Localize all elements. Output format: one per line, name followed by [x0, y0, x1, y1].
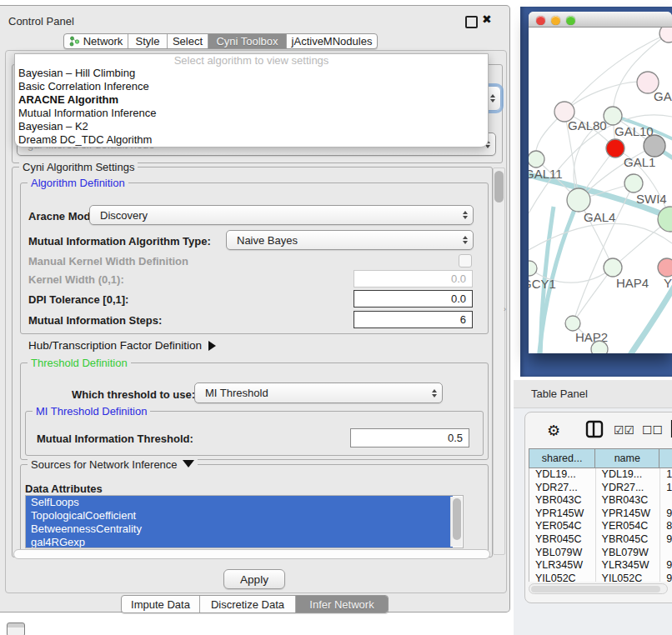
- aracne-mode-combo[interactable]: Discovery: [89, 205, 474, 225]
- table-row[interactable]: YER054CYER054C8.: [529, 520, 672, 533]
- table-panel: Table Panel ⚙ ☑☑ ☐☐ shared... name YDL19…: [514, 380, 672, 635]
- table-cell: YDL19...: [529, 468, 595, 482]
- float-window-icon[interactable]: [465, 16, 478, 28]
- column-header[interactable]: [659, 449, 672, 468]
- table-cell: YBR043C: [595, 494, 660, 508]
- tab-jactivemnodules[interactable]: jActiveMNodules: [286, 34, 377, 48]
- vertical-scrollbar[interactable]: [493, 168, 505, 555]
- panel-title: Control Panel: [8, 15, 74, 28]
- tab-select[interactable]: Select: [167, 34, 208, 48]
- scrollbar-thumb[interactable]: [531, 586, 660, 592]
- hub-section-toggle[interactable]: Hub/Transcription Factor Definition: [28, 339, 216, 352]
- network-window: GALGAL80GAL10GAL1GAL11SWI4GAL4GCY1HAP4YH…: [529, 12, 672, 353]
- dpi-tolerance-field[interactable]: 0.0: [354, 290, 473, 308]
- manual-kernel-checkbox[interactable]: [459, 254, 472, 268]
- minimize-traffic-light-icon[interactable]: [551, 16, 560, 25]
- attributes-scrollbar[interactable]: [450, 497, 462, 547]
- network-node[interactable]: [659, 28, 672, 42]
- scrollbar-thumb[interactable]: [494, 171, 504, 202]
- group-title: Sources for Network Inference: [28, 458, 198, 471]
- which-threshold-combo[interactable]: MI Threshold: [194, 382, 443, 403]
- table-cell: YPR145W: [529, 508, 595, 521]
- algorithm-option[interactable]: Mutual Information Inference: [15, 107, 488, 120]
- table-row[interactable]: YIL052CYIL052C9: [529, 572, 672, 582]
- table-cell: YDR27...: [529, 482, 595, 495]
- table-row[interactable]: YDL19...YDL19...13: [529, 468, 672, 482]
- close-traffic-light-icon[interactable]: [536, 16, 545, 25]
- attribute-item-selected[interactable]: TopologicalCoefficient: [26, 509, 453, 522]
- network-node[interactable]: [567, 188, 590, 212]
- stepper-icon: [432, 389, 437, 398]
- checked-boxes-icon[interactable]: ☑☑: [614, 423, 634, 437]
- network-node[interactable]: [658, 258, 672, 277]
- network-node[interactable]: [591, 341, 608, 353]
- table-cell: 9.: [659, 559, 672, 572]
- table-row[interactable]: YLR345WYLR345W9.: [529, 559, 672, 572]
- algorithm-list: Bayesian – Hill ClimbingBasic Correlatio…: [15, 67, 488, 147]
- kernel-width-field[interactable]: 0.0: [354, 270, 473, 288]
- network-node[interactable]: [604, 258, 622, 277]
- mi-steps-field[interactable]: 6: [354, 311, 473, 328]
- table-row[interactable]: YBR045CYBR045C9.: [529, 533, 672, 547]
- tab-impute-data[interactable]: Impute Data: [122, 596, 199, 612]
- tab-style[interactable]: Style: [128, 34, 167, 48]
- node-label: GCY1: [529, 277, 556, 291]
- table-cell: 13: [659, 468, 672, 482]
- mi-threshold-field[interactable]: 0.5: [350, 428, 469, 448]
- algorithm-option[interactable]: Bayesian – Hill Climbing: [15, 67, 488, 80]
- mi-type-combo[interactable]: Naive Bayes: [226, 230, 474, 250]
- mi-threshold-label: Mutual Information Threshold:: [37, 432, 193, 445]
- network-window-titlebar[interactable]: [529, 12, 672, 28]
- column-header[interactable]: shared...: [529, 449, 594, 468]
- algorithm-option[interactable]: ARACNE Algorithm: [15, 93, 488, 107]
- attribute-item-selected[interactable]: SelfLoops: [26, 496, 453, 509]
- attribute-item-selected[interactable]: gal4RGexp: [26, 536, 453, 548]
- table-row[interactable]: YPR145WYPR145W9.: [529, 508, 672, 521]
- network-node[interactable]: [604, 107, 622, 125]
- horizontal-scrollbar[interactable]: [13, 549, 490, 559]
- columns-icon[interactable]: [585, 420, 604, 438]
- algorithm-option[interactable]: Basic Correlation Inference: [15, 80, 488, 93]
- tab-discretize-data[interactable]: Discretize Data: [199, 596, 295, 612]
- scrollbar-thumb[interactable]: [453, 498, 461, 540]
- table-row[interactable]: YBL079WYBL079W: [529, 547, 672, 560]
- table-cell: YBL079W: [595, 547, 660, 560]
- zoom-traffic-light-icon[interactable]: [566, 16, 575, 25]
- network-node[interactable]: [606, 139, 624, 158]
- unchecked-boxes-icon[interactable]: ☐☐: [642, 423, 663, 437]
- minimized-window-icon[interactable]: [7, 622, 25, 635]
- network-node[interactable]: [565, 316, 580, 331]
- network-canvas[interactable]: GALGAL80GAL10GAL1GAL11SWI4GAL4GCY1HAP4YH…: [529, 28, 672, 353]
- table-header-row: shared... name: [529, 448, 672, 468]
- algorithm-option[interactable]: Dream8 DC_TDC Algorithm: [15, 133, 488, 147]
- apply-button[interactable]: Apply: [223, 569, 285, 589]
- manual-kernel-label: Manual Kernel Width Definition: [28, 255, 188, 268]
- table-cell: 9.: [659, 533, 672, 547]
- table-cell: YLR345W: [595, 559, 660, 572]
- tab-infer-network[interactable]: Infer Network: [295, 596, 388, 612]
- algorithm-option[interactable]: Bayesian – K2: [15, 120, 488, 133]
- table-row[interactable]: YBR043CYBR043C: [529, 494, 672, 508]
- column-header[interactable]: name: [594, 449, 659, 468]
- control-panel-window: Control Panel ✖ Network Style Select Cyn…: [0, 5, 510, 612]
- data-attributes-label: Data Attributes: [25, 482, 103, 495]
- tab-network[interactable]: Network: [64, 34, 128, 48]
- tab-cyni-toolbox[interactable]: Cyni Toolbox: [208, 34, 286, 48]
- split-pane-handle[interactable]: ›: [504, 305, 506, 313]
- table-horizontal-scrollbar[interactable]: [529, 583, 668, 594]
- table-cell: YDR27...: [595, 482, 660, 495]
- gear-icon[interactable]: ⚙: [547, 422, 560, 440]
- data-attributes-list[interactable]: SelfLoopsTopologicalCoefficientBetweenne…: [25, 495, 464, 548]
- table-cell: YER054C: [529, 520, 595, 533]
- close-icon[interactable]: ✖: [482, 12, 492, 26]
- attribute-item-selected[interactable]: BetweennessCentrality: [26, 522, 453, 536]
- network-node[interactable]: [529, 151, 544, 168]
- control-panel-tabs: Network Style Select Cyni Toolbox jActiv…: [63, 33, 378, 49]
- tab-label: Network: [83, 35, 123, 48]
- network-node[interactable]: [529, 261, 537, 276]
- dpi-tolerance-label: DPI Tolerance [0,1]:: [28, 293, 128, 306]
- network-node[interactable]: [624, 174, 643, 192]
- network-node[interactable]: [644, 135, 665, 157]
- table-cell: YBR043C: [529, 494, 595, 508]
- table-row[interactable]: YDR27...YDR27...12: [529, 482, 672, 495]
